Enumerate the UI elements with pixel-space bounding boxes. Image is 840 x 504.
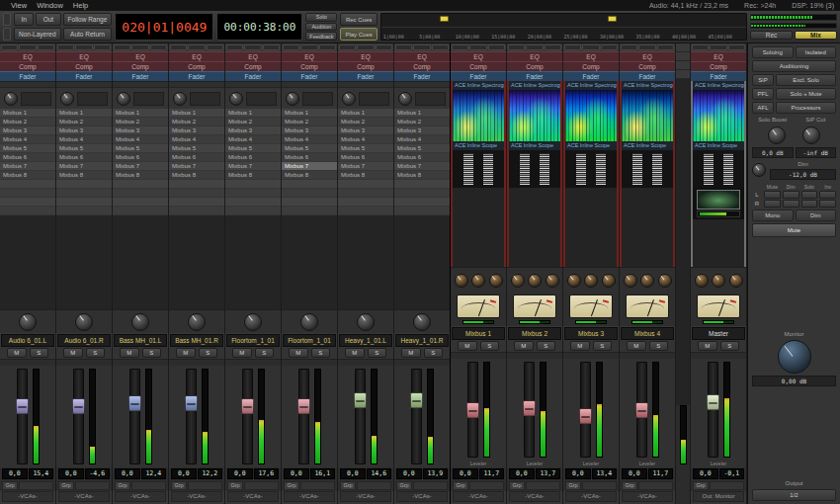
strip-name-button[interactable]: Floortom_1_01	[283, 334, 336, 347]
toolbar-mini-button[interactable]	[3, 28, 11, 41]
feedback-alert-button[interactable]: Feedback	[305, 32, 337, 41]
send-slot[interactable]	[0, 180, 55, 189]
mute-button[interactable]: M	[63, 348, 83, 358]
fader-processor[interactable]: Fader	[225, 71, 281, 81]
send-slot[interactable]: Mixbus 4	[338, 135, 393, 144]
monitor-mute-button[interactable]: Mute	[752, 223, 836, 237]
auto-return-button[interactable]: Auto Return	[63, 28, 113, 41]
play-cues-button[interactable]: Play Cues	[340, 28, 377, 41]
peak-display[interactable]: 11,7	[479, 468, 505, 479]
fader-track[interactable]	[708, 362, 718, 458]
fader-track[interactable]	[636, 362, 647, 458]
send-slot[interactable]	[225, 198, 281, 207]
fader-track[interactable]	[129, 369, 140, 464]
comp-processor[interactable]: Comp	[56, 61, 112, 71]
strip-mini-button[interactable]	[188, 44, 205, 50]
strip-mini-button[interactable]	[564, 44, 581, 50]
processors-button[interactable]: Processors	[776, 102, 836, 114]
fader-track[interactable]	[298, 369, 309, 464]
send-slot[interactable]: Mixbus 1	[0, 109, 55, 118]
fader-handle[interactable]	[354, 392, 367, 408]
vca-button[interactable]: -VCAs-	[2, 491, 53, 502]
primary-clock[interactable]: 020|01|0049	[115, 13, 213, 41]
strip-mini-button[interactable]	[728, 44, 745, 50]
comp-processor[interactable]: Comp	[169, 61, 224, 71]
pan-knob[interactable]	[300, 313, 318, 331]
comp-processor[interactable]: Comp	[394, 61, 450, 71]
send-slot[interactable]	[282, 189, 337, 198]
send-slot[interactable]	[169, 207, 224, 215]
strip-mini-button[interactable]	[300, 44, 317, 50]
send-slot[interactable]: Mixbus 4	[169, 135, 224, 144]
send-slot[interactable]: Mixbus 6	[169, 153, 224, 162]
trim-knob[interactable]	[342, 92, 356, 106]
strip-mini-button[interactable]	[638, 44, 655, 50]
bus-knob[interactable]	[455, 274, 468, 288]
bus-knob[interactable]	[658, 274, 672, 288]
send-slot[interactable]	[56, 180, 112, 189]
send-slot[interactable]: Mixbus 7	[56, 162, 112, 171]
vca-button[interactable]: -VCAs-	[171, 491, 222, 502]
send-slot[interactable]	[56, 198, 112, 207]
peak-display[interactable]: 12,4	[141, 468, 167, 479]
mute-button[interactable]: M	[627, 341, 646, 351]
excl-solo-button[interactable]: Excl. Solo	[776, 74, 836, 86]
fader-processor[interactable]: Fader	[394, 71, 450, 81]
mute-button[interactable]: M	[232, 348, 252, 358]
strip-name-button[interactable]: Mixbus 4	[621, 327, 674, 340]
gain-display[interactable]: 0,0	[396, 468, 422, 479]
comp-processor[interactable]: Comp	[225, 61, 281, 71]
solo-button[interactable]: S	[593, 341, 613, 351]
strip-mini-button[interactable]	[413, 44, 430, 50]
send-slot[interactable]: Mixbus 1	[394, 109, 450, 118]
fader-handle[interactable]	[579, 408, 592, 424]
fader-processor[interactable]: Fader	[563, 71, 619, 81]
send-slot[interactable]	[338, 207, 393, 215]
eq-processor[interactable]: EQ	[620, 51, 675, 61]
send-slot[interactable]: Mixbus 1	[338, 109, 393, 118]
follow-range-button[interactable]: Follow Range	[63, 13, 113, 26]
eq-processor[interactable]: EQ	[0, 51, 55, 61]
mute-button[interactable]: M	[401, 348, 421, 358]
send-slot[interactable]	[0, 189, 55, 198]
group-button[interactable]	[244, 481, 279, 490]
strip-mini-button[interactable]	[19, 44, 36, 50]
strip-mini-button[interactable]	[582, 44, 599, 50]
strip-mini-button[interactable]	[244, 44, 261, 50]
peak-display[interactable]: 13,7	[536, 468, 561, 479]
sip-button[interactable]: SiP	[752, 74, 774, 86]
fader-processor[interactable]: Fader	[113, 71, 168, 81]
mute-button[interactable]: M	[120, 348, 139, 358]
send-slot[interactable]	[169, 180, 224, 189]
mute-button[interactable]: M	[7, 348, 27, 358]
eq-processor[interactable]: EQ	[691, 51, 746, 61]
fader-handle[interactable]	[16, 398, 29, 414]
group-button[interactable]	[638, 481, 673, 490]
fader-handle[interactable]	[185, 395, 198, 411]
monitor-dim-l[interactable]	[783, 191, 799, 199]
eq-processor[interactable]: EQ	[113, 51, 168, 61]
solo-button[interactable]: S	[142, 348, 162, 358]
send-slot[interactable]: Mixbus 8	[0, 171, 55, 180]
fader-processor[interactable]: Fader	[507, 71, 562, 81]
output-button[interactable]: 1/2	[752, 489, 836, 501]
gain-display[interactable]: 0,0	[58, 468, 84, 479]
send-slot[interactable]	[338, 180, 393, 189]
toolbar-mini-button[interactable]	[3, 13, 11, 26]
solo-button[interactable]: S	[86, 348, 106, 358]
send-slot[interactable]: Mixbus 8	[338, 171, 393, 180]
monitor-inv-l[interactable]	[819, 191, 836, 199]
strip-mini-button[interactable]	[114, 44, 130, 50]
send-slot[interactable]: Mixbus 3	[56, 126, 112, 135]
gain-display[interactable]: 0,0	[171, 468, 197, 479]
gain-display[interactable]: 0,0	[2, 468, 28, 479]
comp-processor[interactable]: Comp	[507, 61, 562, 71]
send-slot[interactable]: Mixbus 3	[338, 126, 393, 135]
bus-knob[interactable]	[567, 274, 581, 288]
strip-mini-button[interactable]	[452, 44, 468, 50]
menu-window[interactable]: Window	[32, 1, 68, 10]
send-slot[interactable]: Mixbus 7	[169, 162, 224, 171]
solo-button[interactable]: S	[255, 348, 275, 358]
send-slot[interactable]	[169, 189, 224, 198]
eq-processor[interactable]: EQ	[225, 51, 281, 61]
